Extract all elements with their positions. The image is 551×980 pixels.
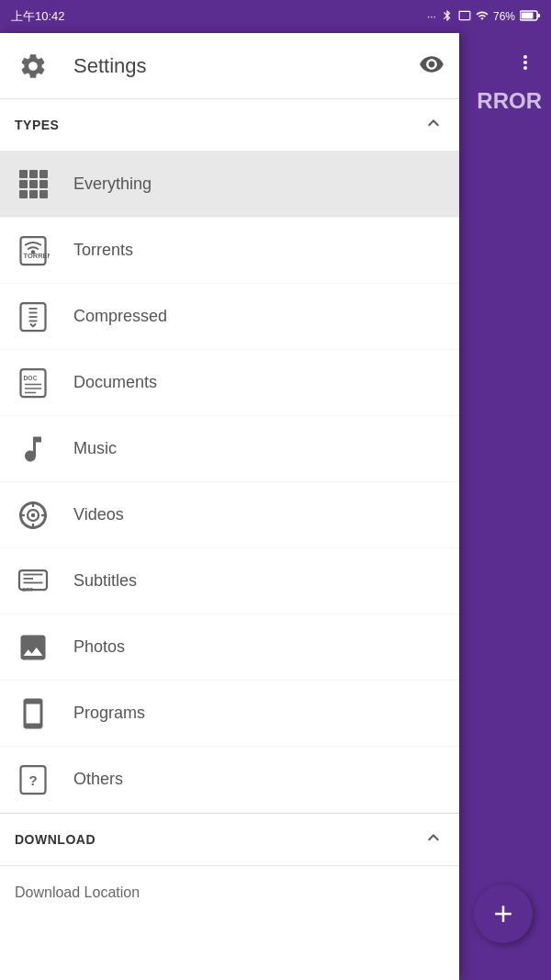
types-collapse-icon[interactable] bbox=[422, 112, 444, 138]
programs-label: Programs bbox=[73, 704, 145, 723]
more-options-icon[interactable] bbox=[514, 51, 536, 77]
drawer-header: Settings bbox=[0, 33, 459, 99]
documents-label: Documents bbox=[73, 373, 157, 392]
download-collapse-icon[interactable] bbox=[422, 827, 444, 852]
menu-list: Everything TORRENT Torrents bbox=[0, 152, 459, 813]
everything-label: Everything bbox=[73, 175, 152, 194]
header-title: Settings bbox=[73, 54, 419, 78]
types-section-header[interactable]: TYPES bbox=[0, 99, 459, 152]
download-section-header[interactable]: DOWNLOAD bbox=[0, 814, 459, 866]
music-icon bbox=[15, 431, 51, 467]
photos-icon bbox=[15, 629, 51, 666]
documents-icon: DOC bbox=[15, 365, 51, 401]
status-bar: 上午10:42 ··· 76% bbox=[0, 0, 551, 33]
menu-item-torrents[interactable]: TORRENT Torrents bbox=[0, 218, 459, 284]
gear-icon bbox=[15, 48, 51, 84]
menu-item-compressed[interactable]: Compressed bbox=[0, 284, 459, 350]
menu-item-photos[interactable]: Photos bbox=[0, 614, 459, 681]
menu-item-videos[interactable]: Videos bbox=[0, 482, 459, 548]
status-time: 上午10:42 bbox=[11, 8, 65, 25]
header-action-icons bbox=[419, 51, 444, 81]
menu-item-programs[interactable]: Programs bbox=[0, 681, 459, 747]
others-icon: ? bbox=[15, 761, 51, 798]
svg-text:?: ? bbox=[29, 772, 38, 788]
others-label: Others bbox=[73, 770, 123, 789]
svg-rect-1 bbox=[522, 12, 534, 18]
everything-icon bbox=[15, 166, 51, 203]
menu-item-subtitles[interactable]: SRT Subtitles bbox=[0, 548, 459, 614]
programs-icon bbox=[15, 695, 51, 732]
svg-text:SRT: SRT bbox=[22, 586, 33, 591]
compressed-icon bbox=[15, 299, 51, 335]
photos-label: Photos bbox=[73, 637, 125, 657]
types-title: TYPES bbox=[15, 118, 59, 132]
signal-icon: ··· bbox=[427, 10, 436, 23]
svg-point-17 bbox=[31, 513, 36, 517]
menu-item-documents[interactable]: DOC Documents bbox=[0, 350, 459, 416]
battery-percent: 76% bbox=[493, 10, 515, 23]
drawer: Settings TYPES bbox=[0, 33, 459, 980]
wifi-icon bbox=[476, 9, 489, 25]
music-label: Music bbox=[73, 439, 117, 458]
svg-rect-2 bbox=[537, 14, 540, 17]
menu-item-others[interactable]: ? Others bbox=[0, 747, 459, 813]
media-icon bbox=[458, 9, 471, 25]
svg-point-5 bbox=[31, 250, 36, 254]
download-title: DOWNLOAD bbox=[15, 832, 96, 847]
download-location[interactable]: Download Location bbox=[0, 866, 459, 919]
svg-text:DOC: DOC bbox=[24, 375, 38, 381]
download-section: DOWNLOAD Download Location bbox=[0, 813, 459, 919]
subtitles-icon: SRT bbox=[15, 563, 51, 600]
videos-label: Videos bbox=[73, 505, 124, 524]
eye-icon[interactable] bbox=[419, 51, 444, 81]
bluetooth-icon bbox=[441, 9, 454, 25]
torrents-icon: TORRENT bbox=[15, 232, 51, 269]
videos-icon bbox=[15, 497, 51, 534]
menu-item-everything[interactable]: Everything bbox=[0, 152, 459, 218]
torrents-label: Torrents bbox=[73, 241, 133, 260]
error-text: RROR bbox=[467, 79, 551, 123]
status-icons: ··· 76% bbox=[427, 9, 540, 25]
svg-text:TORRENT: TORRENT bbox=[24, 251, 51, 259]
menu-item-music[interactable]: Music bbox=[0, 416, 459, 482]
battery-icon bbox=[520, 10, 540, 24]
subtitles-label: Subtitles bbox=[73, 571, 137, 591]
fab-button[interactable] bbox=[474, 884, 533, 943]
compressed-label: Compressed bbox=[73, 307, 167, 326]
